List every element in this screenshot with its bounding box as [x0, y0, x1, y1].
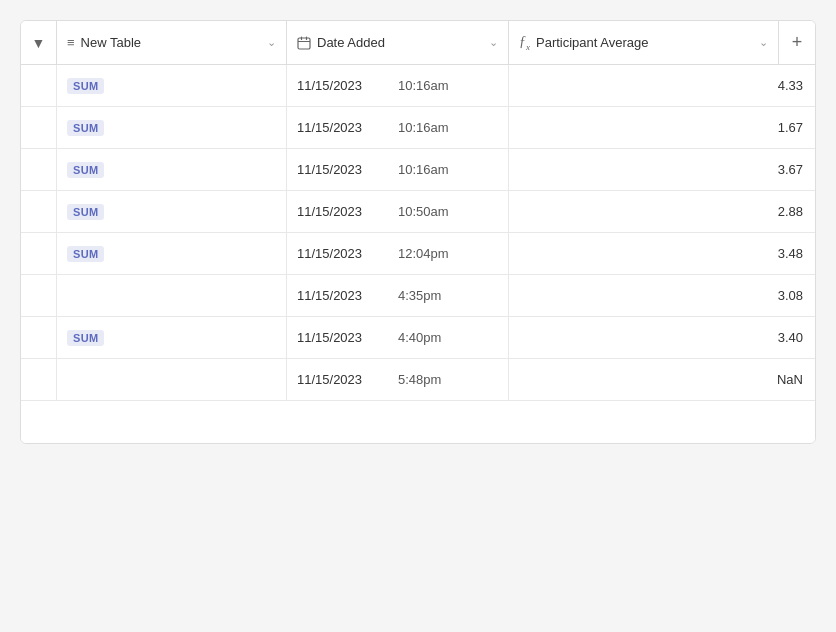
table-row[interactable]: SUM 11/15/2023 10:16am 4.33	[21, 65, 815, 107]
date-value: 11/15/2023	[297, 78, 382, 93]
row-arrow-cell	[21, 149, 57, 190]
time-value: 10:16am	[398, 120, 449, 135]
avg-value: 3.08	[778, 288, 803, 303]
sum-badge: SUM	[67, 162, 104, 178]
formula-icon: ƒx	[519, 34, 530, 52]
cell-new-table[interactable]: SUM	[57, 233, 287, 274]
cell-participant-avg: 3.67	[509, 149, 815, 190]
plus-icon: +	[792, 32, 803, 53]
col-header-date-added[interactable]: Date Added ⌄	[287, 21, 509, 64]
cell-participant-avg: 3.08	[509, 275, 815, 316]
empty-row	[21, 401, 815, 443]
cell-participant-avg: 4.33	[509, 65, 815, 106]
date-value: 11/15/2023	[297, 288, 382, 303]
cell-date-added: 11/15/2023 4:35pm	[287, 275, 509, 316]
table-row[interactable]: SUM 11/15/2023 10:16am 3.67	[21, 149, 815, 191]
cell-new-table[interactable]: SUM	[57, 107, 287, 148]
chevron-down-icon: ⌄	[267, 36, 276, 49]
avg-value: 1.67	[778, 120, 803, 135]
col-participant-avg-label: Participant Average	[536, 35, 649, 50]
time-value: 5:48pm	[398, 372, 441, 387]
table-header: ▼ ≡ New Table ⌄ Date Added ⌄	[21, 21, 815, 65]
sum-badge: SUM	[67, 120, 104, 136]
chevron-down-icon: ⌄	[489, 36, 498, 49]
cell-participant-avg: 1.67	[509, 107, 815, 148]
cell-new-table[interactable]	[57, 275, 287, 316]
avg-value: 3.67	[778, 162, 803, 177]
cell-date-added: 11/15/2023 5:48pm	[287, 359, 509, 400]
row-arrow-cell	[21, 317, 57, 358]
calendar-icon	[297, 35, 311, 51]
table-body: SUM 11/15/2023 10:16am 4.33 SUM 11/15/20…	[21, 65, 815, 443]
time-value: 10:50am	[398, 204, 449, 219]
date-value: 11/15/2023	[297, 330, 382, 345]
row-arrow-cell	[21, 359, 57, 400]
date-value: 11/15/2023	[297, 204, 382, 219]
cell-participant-avg: 2.88	[509, 191, 815, 232]
expand-col-button[interactable]: ▼	[21, 21, 57, 64]
cell-new-table[interactable]: SUM	[57, 191, 287, 232]
sum-badge: SUM	[67, 246, 104, 262]
cell-date-added: 11/15/2023 4:40pm	[287, 317, 509, 358]
avg-value: 3.40	[778, 330, 803, 345]
avg-value: 2.88	[778, 204, 803, 219]
time-value: 12:04pm	[398, 246, 449, 261]
cell-new-table[interactable]	[57, 359, 287, 400]
row-arrow-cell	[21, 107, 57, 148]
date-value: 11/15/2023	[297, 372, 382, 387]
time-value: 4:35pm	[398, 288, 441, 303]
time-value: 10:16am	[398, 162, 449, 177]
sum-badge: SUM	[67, 204, 104, 220]
col-header-new-table[interactable]: ≡ New Table ⌄	[57, 21, 287, 64]
table-container: ▼ ≡ New Table ⌄ Date Added ⌄	[20, 20, 816, 444]
cell-participant-avg: 3.40	[509, 317, 815, 358]
list-icon: ≡	[67, 35, 75, 50]
cell-date-added: 11/15/2023 12:04pm	[287, 233, 509, 274]
date-value: 11/15/2023	[297, 162, 382, 177]
row-arrow-cell	[21, 191, 57, 232]
date-value: 11/15/2023	[297, 246, 382, 261]
cell-new-table[interactable]: SUM	[57, 317, 287, 358]
cell-date-added: 11/15/2023 10:16am	[287, 65, 509, 106]
svg-rect-0	[298, 38, 310, 49]
avg-value: 4.33	[778, 78, 803, 93]
time-value: 4:40pm	[398, 330, 441, 345]
sum-badge: SUM	[67, 78, 104, 94]
row-arrow-cell	[21, 233, 57, 274]
cell-date-added: 11/15/2023 10:16am	[287, 107, 509, 148]
avg-value: 3.48	[778, 246, 803, 261]
col-header-participant-avg[interactable]: ƒx Participant Average ⌄	[509, 21, 779, 64]
cell-date-added: 11/15/2023 10:50am	[287, 191, 509, 232]
col-date-added-label: Date Added	[317, 35, 385, 50]
chevron-down-icon: ⌄	[759, 36, 768, 49]
row-arrow-cell	[21, 275, 57, 316]
avg-value: NaN	[777, 372, 803, 387]
cell-date-added: 11/15/2023 10:16am	[287, 149, 509, 190]
cell-participant-avg: NaN	[509, 359, 815, 400]
time-value: 10:16am	[398, 78, 449, 93]
date-value: 11/15/2023	[297, 120, 382, 135]
page-wrapper: ▼ ≡ New Table ⌄ Date Added ⌄	[0, 0, 836, 632]
table-row[interactable]: SUM 11/15/2023 12:04pm 3.48	[21, 233, 815, 275]
table-row[interactable]: SUM 11/15/2023 10:50am 2.88	[21, 191, 815, 233]
table-row[interactable]: 11/15/2023 5:48pm NaN	[21, 359, 815, 401]
sum-badge: SUM	[67, 330, 104, 346]
row-arrow-cell	[21, 65, 57, 106]
col-new-table-label: New Table	[81, 35, 141, 50]
table-row[interactable]: SUM 11/15/2023 4:40pm 3.40	[21, 317, 815, 359]
add-column-button[interactable]: +	[779, 21, 815, 64]
arrow-down-icon: ▼	[32, 35, 46, 51]
table-row[interactable]: SUM 11/15/2023 10:16am 1.67	[21, 107, 815, 149]
cell-new-table[interactable]: SUM	[57, 65, 287, 106]
table-row[interactable]: 11/15/2023 4:35pm 3.08	[21, 275, 815, 317]
cell-new-table[interactable]: SUM	[57, 149, 287, 190]
cell-participant-avg: 3.48	[509, 233, 815, 274]
